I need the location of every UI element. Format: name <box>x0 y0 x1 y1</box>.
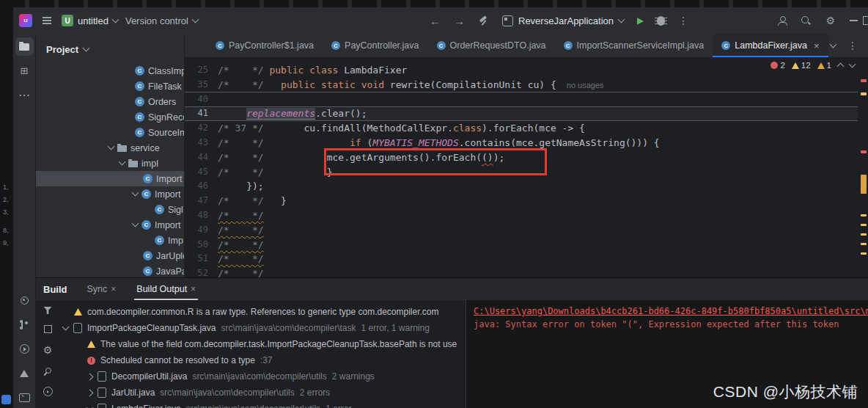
tree-item-imp[interactable]: CImp <box>36 233 184 248</box>
settings-gear-icon[interactable]: ⚙ <box>825 15 835 26</box>
tree-item-filetask[interactable]: CFileTask <box>36 79 184 94</box>
inlay-hint[interactable]: no usages <box>567 81 604 90</box>
project-widget[interactable]: U untitled <box>62 15 118 26</box>
console-file-link[interactable]: C:\Users\yang\Downloads\b4ccb261-bd66-42… <box>474 306 861 316</box>
chevron-down-icon[interactable] <box>132 220 139 227</box>
stripe-mark[interactable] <box>861 175 867 194</box>
vcs-widget[interactable]: Version control <box>125 15 198 26</box>
forward-button[interactable]: → <box>454 15 465 27</box>
error-count[interactable]: 2 <box>770 61 784 70</box>
settings-gear-icon[interactable]: ⚙ <box>43 344 53 356</box>
inspections-widget[interactable]: 2 12 1 <box>770 61 855 70</box>
line-number[interactable]: 43 <box>185 136 218 150</box>
tree-item-sigl[interactable]: CSigl <box>36 202 184 217</box>
editor-tab-LambdaFixer.java[interactable]: CLambdaFixer.java× <box>713 34 828 57</box>
run-configuration-widget[interactable]: ReverseJarApplication <box>502 15 624 26</box>
sidebar-item-terminal[interactable] <box>15 388 34 407</box>
build-message-row[interactable]: ImportPackageCleanupTask.javasrc\main\ja… <box>59 320 466 336</box>
tree-item-import[interactable]: CImport <box>36 186 184 202</box>
chevron-down-icon[interactable] <box>108 143 115 150</box>
warning-count[interactable]: 12 <box>792 61 811 70</box>
stop-icon[interactable] <box>44 325 52 333</box>
sidebar-item-vcs[interactable] <box>15 316 34 334</box>
line-number[interactable]: 50 <box>185 238 218 252</box>
tree-item-classimpo[interactable]: CClassImpo <box>36 63 184 79</box>
tree-item-impl[interactable]: impl <box>36 156 184 171</box>
line-number[interactable]: 35 <box>185 78 218 92</box>
tree-item-jaruplo[interactable]: CJarUplo <box>36 248 184 263</box>
line-number[interactable]: 41 <box>185 106 218 121</box>
chevron-down-icon[interactable] <box>119 159 126 166</box>
sidebar-item-services[interactable] <box>15 340 34 358</box>
sidebar-item-problems[interactable] <box>15 364 34 382</box>
hidden-tabs-icon[interactable] <box>830 40 837 48</box>
tree-item-orders[interactable]: COrders <box>36 94 184 109</box>
tree-item-import[interactable]: CImport <box>36 171 184 186</box>
build-message-row[interactable]: DecompilerUtil.javasrc\main\java\com\dec… <box>59 368 466 385</box>
build-tab-build-output[interactable]: Build Output× <box>134 278 198 300</box>
sidebar-item-structure[interactable]: ⊞ <box>15 62 34 80</box>
chevron-down-icon[interactable] <box>87 404 94 408</box>
line-number[interactable]: 42 <box>185 121 218 136</box>
close-icon[interactable]: × <box>191 284 196 294</box>
filter-icon[interactable] <box>44 307 52 314</box>
line-number[interactable]: 40 <box>185 92 218 107</box>
tree-item-signrecor[interactable]: CSignRecor <box>36 109 184 125</box>
editor-tab-ImportScannerServiceImpl.java[interactable]: CImportScannerServiceImpl.java <box>555 34 713 57</box>
build-message-row[interactable]: The value of the field com.decompiler.ta… <box>59 336 466 352</box>
chevron-right-icon[interactable] <box>87 373 94 380</box>
next-problem-icon[interactable] <box>849 60 856 68</box>
chevron-down-icon[interactable] <box>132 189 139 197</box>
minimize-button[interactable] <box>850 20 858 21</box>
build-message-row[interactable]: Scheduled cannot be resolved to a type:3… <box>59 352 466 368</box>
sidebar-item-project[interactable] <box>15 37 34 56</box>
main-menu-icon[interactable] <box>40 17 54 24</box>
project-panel-header[interactable]: Project <box>36 40 184 59</box>
tree-item-javapa[interactable]: CJavaPa <box>36 263 184 277</box>
line-number[interactable]: 44 <box>185 150 218 165</box>
stripe-mark[interactable] <box>861 243 867 245</box>
search-everywhere-icon[interactable] <box>801 16 811 26</box>
run-button[interactable]: ▶ <box>637 15 644 26</box>
code-editor[interactable]: 25/* */ public class LambdaFixer35/* */ … <box>185 57 868 277</box>
code-with-me-icon[interactable] <box>778 16 787 26</box>
line-number[interactable]: 47 <box>185 194 218 208</box>
build-message-row[interactable]: LambdaFixer.javasrc\main\java\com\decomp… <box>59 401 466 408</box>
sidebar-item-commit[interactable] <box>15 291 34 310</box>
line-number[interactable]: 52 <box>185 266 218 277</box>
stripe-mark[interactable] <box>861 150 867 153</box>
debug-button[interactable] <box>657 16 665 26</box>
chevron-down-icon[interactable] <box>62 323 70 330</box>
build-hammer-icon[interactable] <box>478 15 489 26</box>
maximize-button-partial[interactable] <box>863 16 868 25</box>
tree-item-sourceimp[interactable]: CSourceImp <box>36 125 184 140</box>
editor-tab-OrderRequestDTO.java[interactable]: COrderRequestDTO.java <box>428 34 555 57</box>
stripe-mark[interactable] <box>861 92 867 95</box>
build-panel-title[interactable]: Build <box>43 284 67 295</box>
stripe-mark[interactable] <box>861 214 867 216</box>
weak-warning-count[interactable]: 1 <box>817 61 831 70</box>
build-message-row[interactable]: JarUtil.javasrc\main\java\com\decompiler… <box>59 385 466 401</box>
close-icon[interactable]: × <box>111 284 116 294</box>
close-icon[interactable]: × <box>814 40 820 51</box>
line-number[interactable]: 45 <box>185 165 218 180</box>
stripe-mark[interactable] <box>861 79 867 82</box>
tab-options-icon[interactable]: ⋮ <box>847 40 858 51</box>
stripe-mark[interactable] <box>861 224 867 226</box>
editor-tab-PayController.java[interactable]: CPayController.java <box>323 34 427 57</box>
line-number[interactable]: 49 <box>185 223 218 238</box>
error-stripe[interactable] <box>859 57 868 277</box>
chevron-right-icon[interactable] <box>87 389 94 396</box>
stripe-mark[interactable] <box>861 233 867 236</box>
rerun-icon[interactable] <box>43 387 53 396</box>
pin-icon[interactable] <box>43 367 52 376</box>
tree-item-service[interactable]: service <box>36 140 184 156</box>
line-number[interactable]: 51 <box>185 252 218 266</box>
editor-tab-PayController$1.java[interactable]: CPayController$1.java <box>207 34 323 57</box>
line-number[interactable]: 25 <box>185 63 218 78</box>
more-actions-icon[interactable]: ⋮ <box>678 15 688 26</box>
line-number[interactable]: 46 <box>185 179 218 194</box>
tree-item-import[interactable]: CImport <box>36 217 184 233</box>
previous-problem-icon[interactable] <box>837 62 845 70</box>
line-number[interactable]: 48 <box>185 208 218 223</box>
